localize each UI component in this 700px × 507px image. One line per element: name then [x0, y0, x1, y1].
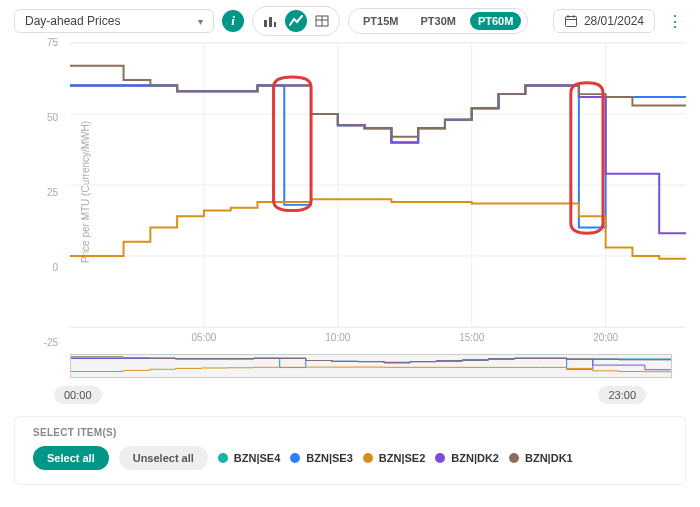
legend-heading: SELECT ITEM(S) — [33, 427, 667, 438]
table-icon[interactable] — [311, 10, 333, 32]
legend-item[interactable]: BZN|DK1 — [509, 452, 573, 464]
legend-swatch — [218, 453, 228, 463]
legend-swatch — [363, 453, 373, 463]
legend-swatch — [509, 453, 519, 463]
y-tick: 0 — [52, 262, 58, 273]
line-chart-icon[interactable] — [285, 10, 307, 32]
period-pt15m[interactable]: PT15M — [355, 12, 406, 30]
svg-rect-2 — [274, 22, 276, 27]
legend-item[interactable]: BZN|SE4 — [218, 452, 280, 464]
legend-item[interactable]: BZN|SE3 — [290, 452, 352, 464]
period-pt60m[interactable]: PT60M — [470, 12, 521, 30]
unselect-all-button[interactable]: Unselect all — [119, 446, 208, 470]
more-menu-icon[interactable]: ⋮ — [663, 12, 686, 31]
period-pt30m[interactable]: PT30M — [412, 12, 463, 30]
series-line — [70, 86, 686, 228]
chart-area: Price per MTU (Currency/MWH) -250255075 … — [0, 42, 700, 404]
series-line — [70, 86, 686, 234]
annotation-loop — [274, 77, 311, 210]
toolbar: Day-ahead Prices ▾ i PT15M PT30M PT60M 2… — [0, 0, 700, 42]
data-type-select[interactable]: Day-ahead Prices ▾ — [14, 9, 214, 33]
legend-swatch — [435, 453, 445, 463]
y-tick: -25 — [44, 337, 58, 348]
data-type-value: Day-ahead Prices — [25, 14, 120, 28]
overview-handles: 00:00 23:00 — [54, 386, 646, 404]
x-axis-ticks: 05:0010:0015:0020:00 — [70, 332, 686, 346]
legend-label: BZN|SE3 — [306, 452, 352, 464]
x-tick: 10:00 — [325, 332, 350, 343]
legend-swatch — [290, 453, 300, 463]
overview-end[interactable]: 23:00 — [598, 386, 646, 404]
svg-rect-0 — [264, 20, 267, 27]
y-tick: 50 — [47, 112, 58, 123]
svg-rect-1 — [269, 17, 272, 27]
x-tick: 20:00 — [593, 332, 618, 343]
y-tick: 75 — [47, 37, 58, 48]
legend-panel: SELECT ITEM(S) Select all Unselect all B… — [14, 416, 686, 485]
legend-label: BZN|SE2 — [379, 452, 425, 464]
overview-scrubber[interactable] — [70, 354, 672, 378]
y-tick: 25 — [47, 187, 58, 198]
view-type-group — [252, 6, 340, 36]
chart-frame: Price per MTU (Currency/MWH) -250255075 … — [40, 42, 686, 342]
svg-rect-6 — [565, 17, 576, 27]
series-line — [70, 66, 686, 137]
chevron-down-icon: ▾ — [198, 16, 203, 27]
overview-start[interactable]: 00:00 — [54, 386, 102, 404]
annotation-loop — [571, 83, 603, 234]
period-group: PT15M PT30M PT60M — [348, 8, 528, 34]
legend-row: Select all Unselect all BZN|SE4BZN|SE3BZ… — [33, 446, 667, 470]
legend-label: BZN|SE4 — [234, 452, 280, 464]
x-tick: 15:00 — [459, 332, 484, 343]
info-icon[interactable]: i — [222, 10, 244, 32]
select-all-button[interactable]: Select all — [33, 446, 109, 470]
legend-item[interactable]: BZN|SE2 — [363, 452, 425, 464]
legend-label: BZN|DK2 — [451, 452, 499, 464]
chart-plot[interactable] — [70, 42, 686, 328]
legend-label: BZN|DK1 — [525, 452, 573, 464]
calendar-icon — [564, 14, 578, 28]
date-picker[interactable]: 28/01/2024 — [553, 9, 655, 33]
legend-item[interactable]: BZN|DK2 — [435, 452, 499, 464]
series-line — [70, 199, 686, 259]
y-axis-ticks: -250255075 — [36, 42, 62, 342]
date-value: 28/01/2024 — [584, 14, 644, 28]
x-tick: 05:00 — [191, 332, 216, 343]
bar-chart-icon[interactable] — [259, 10, 281, 32]
